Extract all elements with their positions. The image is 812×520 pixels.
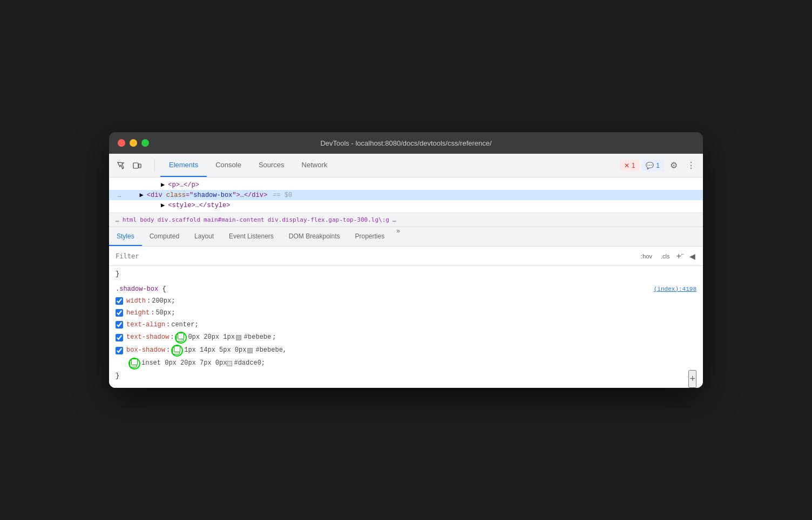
box-shadow-copy-highlight-2 [128,358,140,370]
message-badge-button[interactable]: 💬 1 [641,160,664,172]
css-checkbox-height[interactable] [116,309,123,317]
breadcrumb: … html body div.scaffold main#main-conte… [109,213,703,227]
breadcrumb-more: … [393,216,396,223]
breadcrumb-body[interactable]: body [140,216,154,223]
styles-tab-event-listeners[interactable]: Event Listeners [221,227,281,246]
styles-close-brace: } [116,370,119,384]
css-checkbox-box-shadow[interactable] [116,347,123,354]
css-prop-box-shadow-inset: inset 0px 20px 7px 0px #dadce0 ; [116,357,696,370]
maximize-button[interactable] [141,139,149,147]
error-count: 1 [632,162,635,169]
toolbar-right: ✕ 1 💬 1 ⚙ ⋮ [620,158,699,173]
styles-toolbar: Styles Computed Layout Event Listeners D… [109,227,703,247]
hov-button[interactable]: :hov [639,252,654,261]
styles-content: } .shadow-box { (index):4198 width : 200… [109,266,703,387]
styles-prev-brace: } [116,266,696,280]
css-checkbox-text-align[interactable] [116,321,123,329]
breadcrumb-div-flex[interactable]: div.display-flex.gap-top-300.lg\:g [268,216,389,223]
css-prop-height: height : 50px ; [116,307,696,319]
close-button[interactable] [118,139,125,147]
rule-source-link[interactable]: (index):4198 [654,286,696,292]
box-shadow-color-swatch-2[interactable] [227,361,232,366]
box-shadow-color-swatch-1[interactable] [247,348,253,353]
styles-tab-styles[interactable]: Styles [109,227,142,246]
css-prop-text-shadow: text-shadow : 0px 20px 1px #bebebe ; [116,331,696,344]
devtools-window: DevTools - localhost:8080/docs/devtools/… [109,132,703,387]
dom-row-div-selected[interactable]: … ▶ <div class="shadow-box">…</div> == $… [109,190,703,200]
breadcrumb-html[interactable]: html [123,216,137,223]
breadcrumb-div-scaffold[interactable]: div.scaffold [158,216,200,223]
dom-row-p[interactable]: ▶ <p>…</p> [109,180,703,190]
tab-elements[interactable]: Elements [160,154,207,177]
styles-tab-layout[interactable]: Layout [187,227,221,246]
traffic-lights [118,139,149,147]
tab-console[interactable]: Console [207,154,250,177]
styles-tabs: Styles Computed Layout Event Listeners D… [109,227,404,246]
toolbar-icons [113,158,145,173]
toolbar-divider [154,159,155,172]
svg-rect-0 [133,163,138,168]
main-tabs: Elements Console Sources Network [160,154,618,177]
filter-buttons: :hov .cls +⌐ ◀ [639,251,696,262]
breadcrumb-dots: … [116,216,119,223]
message-icon: 💬 [646,162,654,169]
settings-icon[interactable]: ⚙ [666,158,681,173]
filter-bar: :hov .cls +⌐ ◀ [109,247,703,266]
add-style-rule-button[interactable]: + [688,370,696,388]
box-shadow-copy-icon-2[interactable] [130,360,137,367]
css-checkbox-width[interactable] [116,297,123,305]
dom-arrow-style: ▶ [118,201,165,209]
css-prop-text-align: text-align : center ; [116,319,696,331]
text-shadow-color-swatch[interactable] [236,335,241,340]
inspect-icon[interactable] [113,158,128,173]
text-shadow-copy-highlight [175,332,187,344]
more-icon[interactable]: ⋮ [684,158,699,173]
message-count: 1 [656,162,660,169]
css-checkbox-text-shadow[interactable] [116,334,123,341]
toggle-sidebar-button[interactable]: ◀ [688,251,696,262]
box-shadow-copy-highlight [171,345,183,357]
box-shadow-copy-icon-1[interactable] [172,347,180,354]
css-prop-width: width : 200px ; [116,295,696,307]
breadcrumb-main[interactable]: main#main-content [204,216,265,223]
dom-arrow-p: ▶ [118,181,165,189]
text-shadow-copy-icon[interactable] [176,334,184,341]
minimize-button[interactable] [130,139,137,147]
rule-header: .shadow-box { (index):4198 [116,281,696,295]
title-bar: DevTools - localhost:8080/docs/devtools/… [109,132,703,154]
svg-rect-1 [139,164,141,168]
dom-panel: ▶ <p>…</p> … ▶ <div class="shadow-box">…… [109,177,703,213]
tab-network[interactable]: Network [293,154,336,177]
styles-tab-properties[interactable]: Properties [348,227,393,246]
rule-selector: .shadow-box { [116,285,166,293]
cls-button[interactable]: .cls [659,252,672,261]
styles-tab-computed[interactable]: Computed [142,227,187,246]
dom-row-style[interactable]: ▶ <style>…</style> [109,200,703,210]
main-toolbar: Elements Console Sources Network ✕ 1 [109,154,703,177]
tab-sources[interactable]: Sources [250,154,293,177]
devtools-panel: Elements Console Sources Network ✕ 1 [109,154,703,387]
css-prop-box-shadow: box-shadow : 1px 14px 5px 0px #bebebe, [116,344,696,357]
filter-input[interactable] [116,252,639,260]
styles-close-row: } + [116,370,696,388]
new-style-rule-button[interactable]: +⌐ [676,251,684,261]
dom-row-arrow: ▶ [129,191,144,199]
error-badge-button[interactable]: ✕ 1 [620,160,640,172]
styles-tab-dom-breakpoints[interactable]: DOM Breakpoints [281,227,348,246]
styles-tab-more[interactable]: » [392,227,404,246]
device-icon[interactable] [130,158,145,173]
error-x-icon: ✕ [624,162,630,169]
window-title: DevTools - localhost:8080/docs/devtools/… [320,139,491,147]
